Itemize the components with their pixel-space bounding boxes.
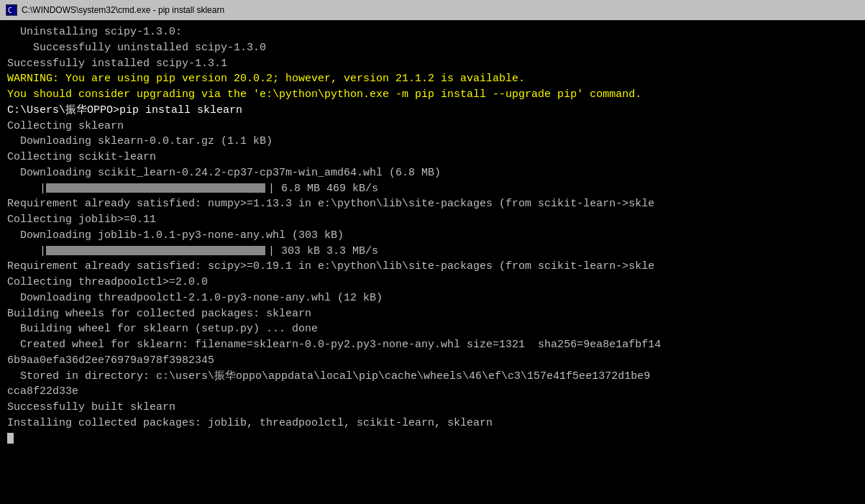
terminal-line: || 303 kB 3.3 MB/s xyxy=(7,244,858,260)
terminal-line: Downloading sklearn-0.0.tar.gz (1.1 kB) xyxy=(7,134,858,150)
terminal-line: Installing collected packages: joblib, t… xyxy=(7,416,858,431)
progress-bar xyxy=(46,246,265,255)
terminal-line: Requirement already satisfied: numpy>=1.… xyxy=(7,196,858,212)
terminal-line: Successfully installed scipy-1.3.1 xyxy=(7,56,858,72)
terminal-line: C:\Users\振华OPPO>pip install sklearn xyxy=(7,103,858,119)
progress-bar xyxy=(46,183,265,193)
terminal-line: Requirement already satisfied: scipy>=0.… xyxy=(7,259,858,275)
terminal-line: Collecting joblib>=0.11 xyxy=(7,212,858,228)
terminal-line: Created wheel for sklearn: filename=skle… xyxy=(7,337,858,353)
terminal-line: Stored in directory: c:\users\振华oppo\app… xyxy=(7,369,858,385)
terminal-line: Building wheels for collected packages: … xyxy=(7,306,858,322)
cursor xyxy=(7,433,14,444)
terminal-line: Collecting scikit-learn xyxy=(7,150,858,165)
terminal-line: Collecting sklearn xyxy=(7,119,858,134)
svg-text:C: C xyxy=(8,6,12,14)
terminal-line: Successfully uninstalled scipy-1.3.0 xyxy=(7,40,858,56)
terminal-line: Collecting threadpoolctl>=2.0.0 xyxy=(7,275,858,290)
title-bar: C C:\WINDOWS\system32\cmd.exe - pip inst… xyxy=(0,0,865,20)
terminal-line: Uninstalling scipy-1.3.0: xyxy=(7,24,858,40)
terminal-line: 6b9aa0efa36d2ee76979a978f3982345 xyxy=(7,353,858,369)
terminal-line: You should consider upgrading via the 'e… xyxy=(7,87,858,103)
terminal-line: Downloading scikit_learn-0.24.2-cp37-cp3… xyxy=(7,165,858,181)
terminal-line: cca8f22d33e xyxy=(7,384,858,400)
terminal-line: Building wheel for sklearn (setup.py) ..… xyxy=(7,321,858,337)
cmd-icon: C xyxy=(6,4,17,16)
terminal-line: || 6.8 MB 469 kB/s xyxy=(7,181,858,197)
terminal-line: WARNING: You are using pip version 20.0.… xyxy=(7,71,858,87)
terminal-line: Successfully built sklearn xyxy=(7,400,858,416)
terminal-line: Downloading joblib-1.0.1-py3-none-any.wh… xyxy=(7,228,858,244)
title-bar-text: C:\WINDOWS\system32\cmd.exe - pip instal… xyxy=(22,5,859,15)
window: C C:\WINDOWS\system32\cmd.exe - pip inst… xyxy=(0,0,865,504)
terminal[interactable]: Uninstalling scipy-1.3.0: Successfully u… xyxy=(0,20,865,504)
terminal-line: Downloading threadpoolctl-2.1.0-py3-none… xyxy=(7,290,858,306)
cursor-line xyxy=(7,431,858,447)
